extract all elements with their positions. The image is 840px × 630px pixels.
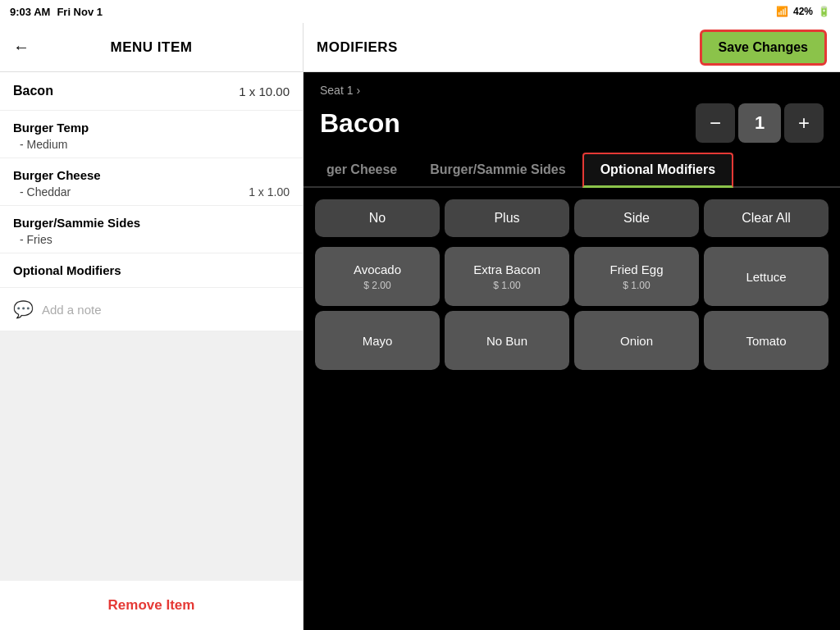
modifier-value: - Fries xyxy=(13,233,290,246)
side-button[interactable]: Side xyxy=(574,199,699,237)
breadcrumb-chevron: › xyxy=(356,84,360,97)
right-panel: Seat 1 › Bacon − 1 + ger Cheese Burger/S… xyxy=(304,72,840,630)
right-header-section: MODIFIERS Save Changes xyxy=(304,23,840,71)
modifier-value: - Cheddar 1 x 1.00 xyxy=(13,185,290,199)
remove-item-button[interactable]: Remove Item xyxy=(108,597,195,614)
header: ← MENU ITEM MODIFIERS Save Changes xyxy=(0,23,840,72)
item-header: Bacon − 1 + xyxy=(304,97,840,153)
item-name-display: Bacon xyxy=(320,108,400,139)
seat-breadcrumb[interactable]: Seat 1 › xyxy=(304,72,840,97)
spacer xyxy=(0,331,303,581)
modifier-group-name: Burger Temp xyxy=(13,121,290,135)
modifier-group-burger-sides: Burger/Sammie Sides - Fries xyxy=(0,206,303,253)
main-content: Bacon 1 x 10.00 Burger Temp - Medium Bur… xyxy=(0,72,840,630)
status-date: Fri Nov 1 xyxy=(57,6,103,18)
modifier-no-bun[interactable]: No Bun xyxy=(445,311,569,370)
add-note-text: Add a note xyxy=(42,303,102,317)
modifier-group-name: Burger Cheese xyxy=(13,168,290,182)
modifiers-title: MODIFIERS xyxy=(317,39,398,56)
modifier-lettuce[interactable]: Lettuce xyxy=(704,247,829,306)
order-item-price: 1 x 10.00 xyxy=(239,84,290,98)
modifier-tabs: ger Cheese Burger/Sammie Sides Optional … xyxy=(304,153,840,188)
status-bar: 9:03 AM Fri Nov 1 📶 42% 🔋 xyxy=(0,0,840,23)
modifier-group-name: Burger/Sammie Sides xyxy=(13,216,290,230)
optional-modifiers-label: Optional Modifiers xyxy=(13,263,290,277)
quantity-decrease-button[interactable]: − xyxy=(696,103,735,143)
plus-button[interactable]: Plus xyxy=(445,199,569,237)
battery-icon: 🔋 xyxy=(818,6,830,17)
modifier-fried-egg[interactable]: Fried Egg $ 1.00 xyxy=(574,247,699,306)
order-item-row: Bacon 1 x 10.00 xyxy=(0,72,303,111)
modifier-extra-bacon[interactable]: Extra Bacon $ 1.00 xyxy=(445,247,569,306)
no-button[interactable]: No xyxy=(315,199,440,237)
clear-all-button[interactable]: Clear All xyxy=(704,199,829,237)
modifier-avocado[interactable]: Avocado $ 2.00 xyxy=(315,247,440,306)
modifier-group-burger-cheese: Burger Cheese - Cheddar 1 x 1.00 xyxy=(0,158,303,206)
left-header-section: ← MENU ITEM xyxy=(0,23,304,71)
modifier-group-burger-temp: Burger Temp - Medium xyxy=(0,111,303,158)
menu-item-title: MENU ITEM xyxy=(111,39,193,56)
save-changes-button[interactable]: Save Changes xyxy=(700,30,827,66)
action-buttons-row: No Plus Side Clear All xyxy=(304,188,840,244)
tab-burger-cheese[interactable]: ger Cheese xyxy=(310,154,413,185)
add-note-row[interactable]: 💬 Add a note xyxy=(0,288,303,331)
order-item-name: Bacon xyxy=(13,84,53,98)
status-time: 9:03 AM xyxy=(10,6,50,18)
quantity-controls: − 1 + xyxy=(696,103,824,143)
quantity-display: 1 xyxy=(738,103,781,143)
remove-item-row: Remove Item xyxy=(0,581,303,630)
optional-modifiers-section: Optional Modifiers xyxy=(0,253,303,288)
battery-label: 42% xyxy=(793,6,813,17)
modifier-value: - Medium xyxy=(13,138,290,151)
seat-label: Seat 1 xyxy=(320,84,353,97)
modifier-options-grid: Avocado $ 2.00 Extra Bacon $ 1.00 Fried … xyxy=(304,244,840,381)
quantity-increase-button[interactable]: + xyxy=(784,103,824,143)
tab-burger-sammie-sides[interactable]: Burger/Sammie Sides xyxy=(413,154,582,185)
tab-optional-modifiers[interactable]: Optional Modifiers xyxy=(582,153,733,188)
modifier-tomato[interactable]: Tomato xyxy=(704,311,829,370)
modifier-onion[interactable]: Onion xyxy=(574,311,699,370)
modifier-mayo[interactable]: Mayo xyxy=(315,311,440,370)
left-panel: Bacon 1 x 10.00 Burger Temp - Medium Bur… xyxy=(0,72,304,630)
note-icon: 💬 xyxy=(13,299,34,319)
wifi-icon: 📶 xyxy=(776,6,788,17)
back-button[interactable]: ← xyxy=(13,38,30,57)
